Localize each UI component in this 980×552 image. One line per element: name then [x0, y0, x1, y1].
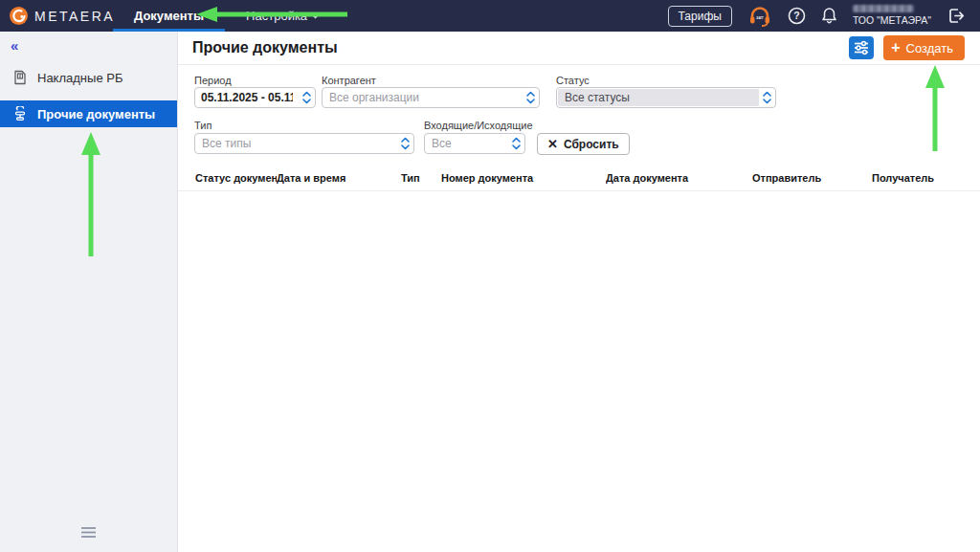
column-header-status[interactable]: Статус документа: [195, 172, 277, 184]
main-content: Прочие документы + Создать Период: [178, 32, 980, 552]
sidebar-list-button[interactable]: [80, 526, 97, 539]
brand-logo[interactable]: METAERA: [0, 0, 113, 32]
reset-filters-button[interactable]: ✕ Сбросить: [537, 133, 630, 155]
list-icon: [80, 526, 97, 539]
direction-select[interactable]: Все: [424, 133, 525, 154]
stepper-icon[interactable]: [759, 90, 775, 105]
table-body-empty: [178, 191, 980, 525]
sidebar-item-label: Прочие документы: [37, 107, 155, 121]
direction-value: Все: [425, 137, 508, 150]
counterparty-select[interactable]: Все организации: [322, 87, 540, 108]
period-date-input[interactable]: [195, 91, 299, 104]
svg-text:24/7: 24/7: [756, 16, 763, 20]
chevron-down-icon: [311, 13, 320, 19]
svg-text:?: ?: [793, 10, 799, 21]
create-button-label: Создать: [906, 41, 953, 55]
filters-panel: Период Контрагент Все организации Статус…: [178, 65, 980, 165]
type-value: Все типы: [195, 137, 397, 150]
nav-documents-label: Документы: [134, 9, 204, 23]
table-header-row: Статус документа Дата и время Тип Номер …: [178, 165, 980, 191]
user-account[interactable]: ТОО "МЕТАЭРА": [853, 5, 931, 26]
headset-icon: 24/7: [747, 5, 772, 28]
direction-label: Входящие/Исходящие: [424, 120, 533, 131]
sidebar-item-invoices-rb[interactable]: Накладные РБ: [0, 64, 177, 91]
user-name-redacted: [853, 5, 914, 12]
column-header-receiver[interactable]: Получатель: [872, 172, 977, 184]
stepper-icon[interactable]: [523, 90, 539, 105]
support-24-7-button[interactable]: 24/7: [747, 5, 772, 28]
brand-name: METAERA: [34, 9, 115, 24]
reset-button-label: Сбросить: [564, 138, 619, 151]
type-select[interactable]: Все типы: [194, 133, 414, 154]
period-label: Период: [194, 75, 232, 86]
metaera-logo-icon: [10, 7, 28, 25]
logout-icon: [947, 6, 967, 26]
logout-button[interactable]: [947, 6, 967, 26]
help-button[interactable]: ?: [788, 7, 806, 25]
sliders-icon: [853, 40, 870, 55]
question-mark-icon: ?: [788, 7, 806, 25]
topbar: METAERA Документы Настройка Тарифы 24/7: [0, 0, 980, 32]
type-label: Тип: [194, 120, 212, 131]
column-header-sender[interactable]: Отправитель: [752, 172, 872, 184]
period-field[interactable]: [194, 87, 316, 108]
main-nav: Документы Настройка: [113, 0, 341, 32]
page-title: Прочие документы: [192, 39, 338, 56]
stamp-document-icon: [12, 106, 28, 121]
plus-icon: +: [891, 40, 900, 55]
nav-settings-label: Настройка: [246, 9, 307, 23]
create-button[interactable]: + Создать: [883, 35, 965, 60]
notifications-button[interactable]: [821, 7, 837, 25]
bell-icon: [821, 7, 837, 25]
nav-item-settings[interactable]: Настройка: [225, 0, 341, 32]
column-header-doc-date[interactable]: Дата документа: [606, 172, 752, 184]
main-header: Прочие документы + Создать: [178, 32, 980, 65]
sidebar-item-other-documents[interactable]: Прочие документы: [0, 100, 177, 127]
stepper-icon[interactable]: [397, 136, 413, 151]
status-value: Все статусы: [558, 89, 759, 106]
x-icon: ✕: [547, 137, 558, 151]
counterparty-value: Все организации: [323, 91, 523, 104]
company-name: ТОО "МЕТАЭРА": [853, 14, 931, 26]
sidebar-collapse-button[interactable]: «: [11, 37, 16, 54]
sidebar-item-label: Накладные РБ: [37, 71, 122, 85]
status-label: Статус: [556, 75, 590, 86]
column-header-datetime[interactable]: Дата и время: [277, 172, 401, 184]
nav-item-documents[interactable]: Документы: [113, 0, 225, 32]
column-header-doc-number[interactable]: Номер документа: [441, 172, 606, 184]
stepper-icon[interactable]: [299, 90, 315, 105]
filter-settings-button[interactable]: [849, 36, 874, 59]
document-icon: [12, 70, 28, 85]
sidebar: « Накладные РБ Прочие докумен: [0, 32, 178, 552]
tariffs-button[interactable]: Тарифы: [668, 6, 732, 27]
column-header-type[interactable]: Тип: [401, 172, 441, 184]
counterparty-label: Контрагент: [322, 75, 376, 86]
stepper-icon[interactable]: [508, 136, 524, 151]
status-select[interactable]: Все статусы: [556, 87, 776, 108]
